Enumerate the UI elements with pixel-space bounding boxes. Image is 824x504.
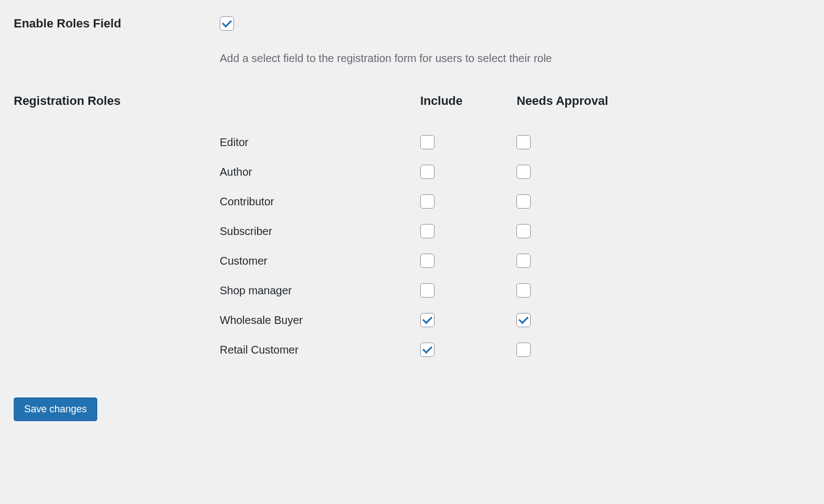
approval-checkbox[interactable] <box>516 313 531 327</box>
role-name: Subscriber <box>220 216 420 246</box>
enable-roles-description: Add a select field to the registration f… <box>220 50 810 66</box>
approval-checkbox[interactable] <box>516 165 531 179</box>
roles-table: Include Needs Approval EditorAuthorContr… <box>220 94 725 365</box>
role-name: Wholesale Buyer <box>220 305 420 335</box>
role-name: Author <box>220 157 420 187</box>
include-checkbox[interactable] <box>420 313 435 327</box>
include-checkbox[interactable] <box>420 135 435 149</box>
approval-cell <box>516 216 725 246</box>
include-checkbox[interactable] <box>420 283 435 298</box>
include-cell <box>420 335 516 365</box>
table-row: Shop manager <box>220 276 725 305</box>
approval-cell <box>516 335 725 365</box>
registration-roles-label: Registration Roles <box>14 94 220 108</box>
table-row: Customer <box>220 246 725 276</box>
role-name: Customer <box>220 246 420 276</box>
approval-checkbox[interactable] <box>516 135 531 149</box>
include-checkbox[interactable] <box>420 194 435 209</box>
include-cell <box>420 216 516 246</box>
table-row: Editor <box>220 127 725 157</box>
column-header-include: Include <box>420 94 516 127</box>
approval-cell <box>516 276 725 305</box>
include-checkbox[interactable] <box>420 224 435 238</box>
enable-roles-checkbox[interactable] <box>220 16 234 31</box>
table-row: Author <box>220 157 725 187</box>
include-checkbox[interactable] <box>420 165 435 179</box>
table-row: Retail Customer <box>220 335 725 365</box>
approval-cell <box>516 127 725 157</box>
include-checkbox[interactable] <box>420 254 435 268</box>
include-cell <box>420 246 516 276</box>
include-cell <box>420 187 516 216</box>
table-row: Subscriber <box>220 216 725 246</box>
include-cell <box>420 127 516 157</box>
role-name: Shop manager <box>220 276 420 305</box>
approval-checkbox[interactable] <box>516 224 531 238</box>
approval-checkbox[interactable] <box>516 283 531 298</box>
include-cell <box>420 276 516 305</box>
approval-cell <box>516 305 725 335</box>
approval-cell <box>516 187 725 216</box>
role-name: Contributor <box>220 187 420 216</box>
include-cell <box>420 305 516 335</box>
table-row: Wholesale Buyer <box>220 305 725 335</box>
approval-checkbox[interactable] <box>516 343 531 357</box>
role-name: Retail Customer <box>220 335 420 365</box>
registration-roles-section: Registration Roles Include Needs Approva… <box>14 94 810 365</box>
role-name: Editor <box>220 127 420 157</box>
include-checkbox[interactable] <box>420 343 435 357</box>
approval-cell <box>516 157 725 187</box>
enable-roles-row: Enable Roles Field Add a select field to… <box>14 16 810 66</box>
approval-checkbox[interactable] <box>516 254 531 268</box>
approval-cell <box>516 246 725 276</box>
column-header-approval: Needs Approval <box>516 94 725 127</box>
save-button[interactable]: Save changes <box>14 397 97 421</box>
column-header-role <box>220 94 420 127</box>
enable-roles-field: Add a select field to the registration f… <box>220 16 810 66</box>
approval-checkbox[interactable] <box>516 194 531 209</box>
enable-roles-label: Enable Roles Field <box>14 16 220 31</box>
roles-table-wrapper: Include Needs Approval EditorAuthorContr… <box>220 94 810 365</box>
include-cell <box>420 157 516 187</box>
table-row: Contributor <box>220 187 725 216</box>
